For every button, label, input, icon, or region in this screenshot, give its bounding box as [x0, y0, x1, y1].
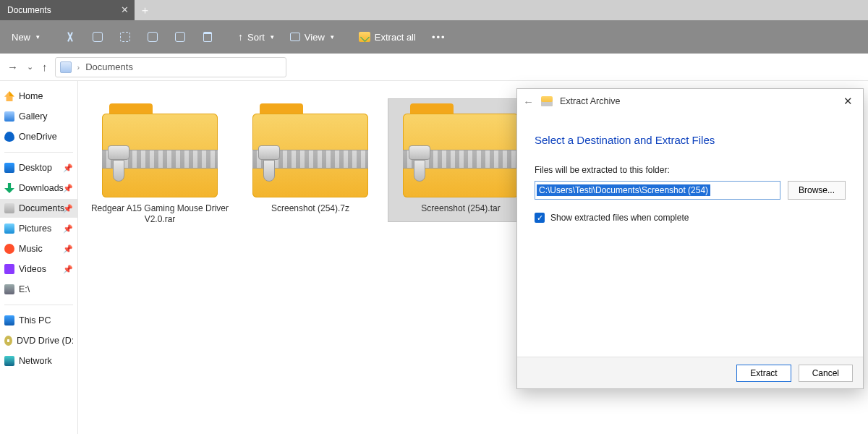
sidebar-item-label: Videos [19, 264, 46, 274]
breadcrumb-separator: › [77, 63, 80, 72]
view-button[interactable]: View ▾ [283, 25, 341, 48]
show-extracted-checkbox[interactable]: ✓ Show extracted files when complete [535, 213, 846, 223]
sidebar-item-documents[interactable]: Documents📌 [0, 199, 77, 218]
copy-button[interactable] [85, 25, 111, 48]
breadcrumb[interactable]: › Documents [55, 57, 286, 77]
dialog-back-button[interactable]: ← [523, 95, 534, 108]
pin-icon: 📌 [63, 224, 73, 234]
tab-close-icon[interactable]: ✕ [121, 4, 129, 15]
destination-value: C:\Users\Testi\Documents\Screenshot (254… [537, 184, 710, 196]
file-item[interactable]: Screenshot (254).7z [237, 98, 383, 222]
file-name: Redgear A15 Gaming Mouse Driver V2.0.rar [89, 203, 231, 225]
pc-icon [4, 315, 14, 326]
nav-arrows: → ⌄ ↑ [7, 61, 48, 73]
extract-all-button[interactable]: Extract all [352, 25, 423, 48]
sort-icon: ↑ [238, 31, 243, 43]
new-tab-button[interactable]: ＋ [135, 0, 155, 20]
sidebar-item-this-pc[interactable]: This PC [0, 311, 77, 330]
copy-icon [93, 32, 103, 42]
cut-button[interactable] [57, 25, 83, 48]
sidebar-item-onedrive[interactable]: OneDrive [0, 127, 77, 146]
destination-input[interactable]: C:\Users\Testi\Documents\Screenshot (254… [535, 181, 780, 200]
dialog-close-button[interactable]: ✕ [839, 92, 857, 111]
sidebar-item-label: OneDrive [19, 132, 57, 142]
dvd-icon [4, 336, 12, 346]
back-button[interactable]: → [7, 61, 18, 73]
sidebar-item-home[interactable]: Home [0, 87, 77, 106]
sidebar-item-desktop[interactable]: Desktop📌 [0, 158, 77, 177]
chevron-down-icon: ▾ [271, 33, 274, 41]
window-titlebar: Documents ✕ ＋ [0, 0, 868, 20]
browse-button[interactable]: Browse... [788, 181, 846, 200]
sidebar-item-label: Music [19, 244, 43, 254]
paste-icon [120, 32, 130, 42]
cut-icon [65, 32, 75, 42]
sidebar-item-label: DVD Drive (D:) CCC [17, 336, 73, 346]
rename-icon [148, 32, 158, 42]
more-button[interactable]: ••• [425, 25, 454, 48]
sidebar-item-label: Network [19, 356, 52, 366]
extract-all-label: Extract all [375, 32, 416, 43]
checkbox-label: Show extracted files when complete [550, 213, 689, 223]
sidebar-item-network[interactable]: Network [0, 352, 77, 370]
gallery-icon [4, 111, 14, 122]
chevron-down-icon: ▾ [36, 33, 40, 41]
destination-label: Files will be extracted to this folder: [535, 165, 846, 175]
dialog-body: Select a Destination and Extract Files F… [517, 114, 863, 357]
checkbox-checked-icon: ✓ [535, 213, 545, 223]
rename-button[interactable] [140, 25, 166, 48]
sidebar-item-videos[interactable]: Videos📌 [0, 260, 77, 278]
paste-button[interactable] [112, 25, 138, 48]
share-button[interactable] [167, 25, 193, 48]
music-icon [4, 244, 14, 254]
archive-icon [102, 103, 218, 197]
folder-icon [60, 61, 72, 73]
sidebar-item-label: Documents [19, 203, 64, 213]
cancel-button[interactable]: Cancel [799, 365, 853, 382]
sidebar-item-music[interactable]: Music📌 [0, 239, 77, 258]
file-name: Screenshot (254).7z [239, 203, 381, 214]
extract-button[interactable]: Extract [736, 365, 791, 382]
sidebar-item-label: Downloads [19, 183, 64, 193]
sidebar-item-gallery[interactable]: Gallery [0, 107, 77, 126]
file-item[interactable]: Screenshot (254).tar [388, 98, 534, 222]
documents-icon [4, 203, 14, 213]
sidebar-item-label: Gallery [19, 111, 48, 122]
recent-button[interactable]: ⌄ [27, 62, 33, 72]
new-button[interactable]: New ▾ [4, 25, 47, 48]
archive-icon [252, 103, 368, 197]
dialog-title: Extract Archive [560, 96, 620, 106]
sidebar-item-dvd-drive[interactable]: DVD Drive (D:) CCC [0, 331, 77, 350]
sidebar-item-downloads[interactable]: Downloads📌 [0, 179, 77, 197]
up-button[interactable]: ↑ [42, 61, 48, 73]
window-tab[interactable]: Documents ✕ [0, 0, 135, 20]
sidebar-item-label: This PC [19, 315, 51, 326]
file-item[interactable]: Redgear A15 Gaming Mouse Driver V2.0.rar [87, 98, 233, 233]
delete-button[interactable] [195, 25, 221, 48]
archive-icon [403, 103, 519, 197]
chevron-down-icon: ▾ [331, 33, 334, 41]
pin-icon: 📌 [63, 184, 73, 193]
pin-icon: 📌 [63, 265, 73, 274]
sort-button[interactable]: ↑ Sort ▾ [231, 25, 281, 48]
view-label: View [305, 32, 325, 43]
onedrive-icon [4, 132, 14, 142]
toolbar: New ▾ ↑ Sort ▾ View ▾ Extract all ••• [0, 20, 868, 54]
new-label: New [12, 32, 30, 43]
pin-icon: 📌 [63, 244, 73, 254]
sidebar-item-drive-e[interactable]: E:\ [0, 280, 77, 299]
extract-icon [359, 32, 370, 42]
pictures-icon [4, 224, 14, 234]
sidebar-item-pictures[interactable]: Pictures📌 [0, 219, 77, 238]
address-bar: → ⌄ ↑ › Documents [0, 54, 868, 81]
main-area: Home Gallery OneDrive Desktop📌 Downloads… [0, 81, 868, 434]
ellipsis-icon: ••• [432, 32, 446, 43]
archive-icon [541, 96, 553, 106]
pin-icon: 📌 [63, 163, 73, 173]
sort-label: Sort [247, 32, 265, 43]
videos-icon [4, 264, 14, 274]
home-icon [4, 91, 14, 101]
dialog-heading: Select a Destination and Extract Files [535, 134, 846, 146]
dialog-footer: Extract Cancel [517, 357, 863, 388]
sidebar-item-label: Pictures [19, 224, 51, 234]
